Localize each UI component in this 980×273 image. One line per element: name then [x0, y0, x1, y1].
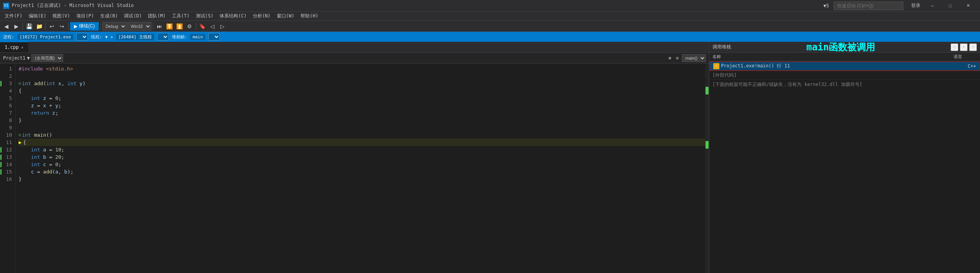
- menu-analyze[interactable]: 分析(N): [250, 12, 274, 21]
- close-button[interactable]: ✕: [959, 0, 977, 12]
- scope-dropdown[interactable]: (全局范围): [31, 54, 63, 62]
- callstack-row-external[interactable]: [外部代码]: [709, 71, 980, 80]
- current-func: ⊙: [676, 55, 679, 61]
- panel-dock-button[interactable]: ▾: [960, 43, 968, 51]
- save-all-button[interactable]: 📁: [34, 22, 44, 31]
- code-line-16: }: [19, 175, 705, 183]
- code-line-9: [19, 124, 705, 131]
- panel-title: 调用堆栈: [712, 44, 731, 50]
- panel-float-button[interactable]: ⧉: [951, 43, 958, 51]
- menu-build[interactable]: 生成(B): [97, 12, 121, 21]
- undo-button[interactable]: ↩: [47, 22, 57, 31]
- func-dropdown[interactable]: main(): [682, 54, 706, 62]
- code-line-4: {: [19, 87, 705, 94]
- forward-button[interactable]: ▶: [12, 22, 21, 31]
- menu-edit[interactable]: 编辑(E): [26, 12, 50, 21]
- callstack-name-external: [外部代码]: [712, 72, 977, 79]
- step-over-button[interactable]: ⏭: [155, 22, 164, 31]
- menu-file[interactable]: 文件(F): [2, 12, 26, 21]
- code-line-2: [19, 72, 705, 80]
- play-icon: ▶: [74, 24, 77, 29]
- panel-header: 调用堆栈 main函数被调用 ⧉ ▾ ✕: [709, 42, 980, 53]
- main-title: main函数被调用: [734, 41, 947, 53]
- toolbar-sep-6: [196, 23, 196, 30]
- process-dropdown[interactable]: [76, 33, 88, 41]
- toolbar-sep-4: [100, 23, 101, 30]
- title-bar-text: Project1 (正在调试) - Microsoft Visual Studi…: [12, 2, 824, 9]
- debug-config-dropdown[interactable]: Debug: [102, 22, 127, 31]
- step-out-button[interactable]: ⏫: [175, 22, 184, 31]
- menu-window[interactable]: 窗口(W): [274, 12, 298, 21]
- menu-debug[interactable]: 调试(D): [121, 12, 145, 21]
- thread-dropdown[interactable]: [157, 33, 169, 41]
- include-kw: #include: [19, 65, 46, 72]
- menu-test[interactable]: 测试(S): [193, 12, 217, 21]
- code-content[interactable]: #include <stdio.h> ⊟ int add(int x, int …: [15, 64, 705, 273]
- tab-close-icon[interactable]: ✕: [21, 45, 24, 50]
- title-bar-right: ▼5 登录: [824, 2, 920, 10]
- login-link[interactable]: 登录: [911, 2, 920, 9]
- header-separator: ▼: [27, 55, 30, 61]
- col-name: 名称: [712, 54, 954, 60]
- right-panel: 调用堆栈 main函数被调用 ⧉ ▾ ✕ 名称 语言 ⚡ Project1.ex…: [709, 42, 980, 273]
- maximize-button[interactable]: □: [941, 0, 959, 12]
- menu-project[interactable]: 项目(P): [73, 12, 97, 21]
- callstack-row-main[interactable]: ⚡ Project1.exe!main() 行 11 C++: [710, 62, 979, 70]
- back-button[interactable]: ◀: [2, 22, 11, 31]
- code-line-14: int c = 0;: [19, 161, 705, 168]
- process-label: 进程:: [3, 34, 14, 40]
- panel-controls: ⧉ ▾ ✕: [951, 43, 977, 51]
- bookmark-button[interactable]: 🔖: [198, 22, 207, 31]
- stack-dropdown[interactable]: [208, 33, 220, 41]
- toolbar-sep-3: [68, 23, 69, 30]
- thread-label: 线程:: [91, 34, 102, 40]
- code-line-13: int b = 20;: [19, 153, 705, 161]
- code-line-6: z = x + y;: [19, 102, 705, 109]
- continue-button[interactable]: ▶ 继续(C): [70, 22, 99, 31]
- menu-tools[interactable]: 工具(T): [169, 12, 193, 21]
- arrow-indicator: ▶: [19, 139, 22, 146]
- editor-scrollbar[interactable]: [705, 64, 709, 273]
- main-area: 1.cpp ✕ Project1 ▼ (全局范围) ⊕ ⊙ main(): [0, 42, 980, 273]
- col-lang: 语言: [954, 54, 977, 60]
- code-line-8: }: [19, 117, 705, 124]
- solution-header: Project1 ▼ (全局范围) ⊕ ⊙ main(): [0, 53, 709, 64]
- code-area: 1 2 3 4 5 6 7 8 9 10 11 12: [0, 64, 709, 273]
- kw-int-add: int: [22, 80, 34, 87]
- platform-dropdown[interactable]: Win32: [127, 22, 151, 31]
- menu-architecture[interactable]: 体系结构(C): [216, 12, 250, 21]
- thread-value: [26484] 主线程: [116, 34, 154, 40]
- panel-close-button[interactable]: ✕: [969, 43, 977, 51]
- scope-separator: ⊕: [669, 55, 671, 61]
- code-line-3: ⊟ int add(int x, int y): [19, 80, 705, 87]
- code-line-15: c = add(a, b);: [19, 168, 705, 175]
- notification-count: ▼5: [824, 3, 829, 9]
- minimize-button[interactable]: ─: [923, 0, 941, 12]
- menu-help[interactable]: 帮助(H): [297, 12, 321, 21]
- menu-bar: 文件(F) 编辑(E) 视图(V) 项目(P) 生成(B) 调试(D) 团队(M…: [0, 12, 980, 21]
- redo-button[interactable]: ↪: [57, 22, 67, 31]
- fn-add: add: [34, 80, 43, 87]
- editor-panel: 1.cpp ✕ Project1 ▼ (全局范围) ⊕ ⊙ main(): [0, 42, 709, 273]
- quick-launch-input[interactable]: [834, 2, 903, 10]
- next-bookmark-button[interactable]: ▷: [218, 22, 227, 31]
- step-into-button[interactable]: ⏬: [165, 22, 174, 31]
- breakpoint-button[interactable]: ⚙: [185, 22, 194, 31]
- callstack-lang-main: C++: [953, 64, 976, 69]
- code-line-12: int a = 10;: [19, 146, 705, 153]
- code-line-7: return z;: [19, 109, 705, 117]
- prev-bookmark-button[interactable]: ◁: [208, 22, 217, 31]
- tab-bar: 1.cpp ✕: [0, 42, 709, 53]
- code-line-10: ⊟ int main(): [19, 131, 705, 139]
- stack-value: main: [190, 34, 205, 40]
- filter-icon: ▼: [105, 35, 108, 39]
- save-button[interactable]: 💾: [24, 22, 34, 31]
- callstack-icon-main: ⚡: [713, 63, 719, 69]
- toolbar-sep-5: [153, 23, 153, 30]
- callstack-column-header: 名称 语言: [709, 53, 980, 61]
- toolbar-sep-1: [22, 23, 23, 30]
- tab-cpp[interactable]: 1.cpp ✕: [0, 41, 28, 52]
- menu-view[interactable]: 视图(V): [49, 12, 73, 21]
- menu-team[interactable]: 团队(M): [145, 12, 169, 21]
- process-value: [10272] Project1.exe: [17, 34, 73, 40]
